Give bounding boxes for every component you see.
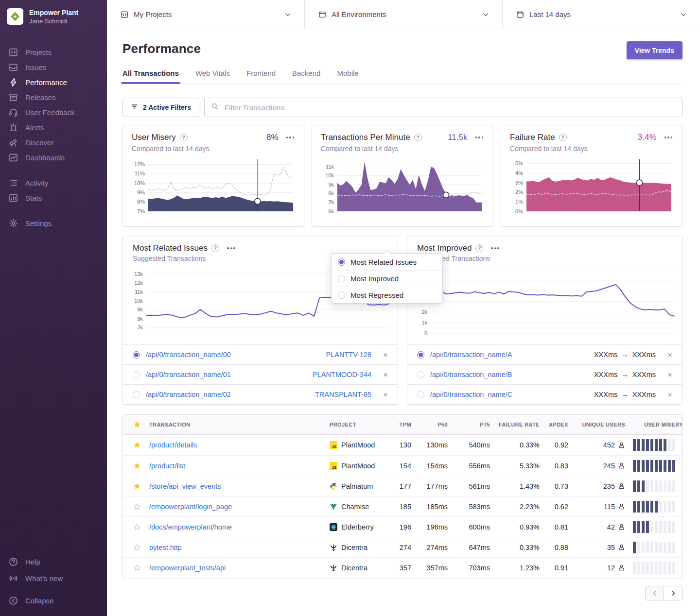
sidebar-item-discover[interactable]: Discover: [0, 135, 107, 150]
transaction-link[interactable]: pytest.http: [149, 544, 182, 551]
dropdown-option-most-improved[interactable]: Most Improved: [332, 270, 442, 287]
transaction-link[interactable]: /docs/empowerplant/home: [149, 523, 232, 531]
close-icon[interactable]: ×: [383, 371, 388, 379]
p50-value: 154ms: [411, 462, 448, 470]
transaction-link[interactable]: /api/0/transaction_name/02: [146, 391, 231, 398]
transaction-link[interactable]: /api/0/transaction_name/01: [146, 371, 231, 378]
tab-bar: All TransactionsWeb VitalsFrontendBacken…: [122, 69, 682, 84]
tab-backend[interactable]: Backend: [292, 69, 320, 84]
transaction-link[interactable]: /product/list: [149, 462, 185, 470]
transaction-link[interactable]: /empowerplant/login_page: [149, 503, 232, 511]
summary-card-user_misery: User Misery?8%Compared to last 14 days12…: [122, 125, 304, 227]
user-icon: [618, 544, 625, 551]
dropdown-option-most-regressed[interactable]: Most Regressed: [332, 287, 442, 303]
radio-selected[interactable]: [417, 351, 424, 359]
tab-mobile[interactable]: Mobile: [337, 69, 358, 84]
project-cell: Chamise: [330, 503, 388, 511]
tab-web-vitals[interactable]: Web Vitals: [195, 69, 230, 84]
next-page-button[interactable]: [664, 586, 682, 600]
close-icon[interactable]: ×: [667, 351, 672, 359]
project-cell: JSPlantMood: [330, 462, 388, 470]
star-filled-icon[interactable]: [123, 462, 149, 470]
radio-unselected[interactable]: [417, 391, 424, 398]
star-outline-icon[interactable]: [123, 523, 149, 531]
environment-selector[interactable]: All Environments: [304, 0, 502, 29]
sidebar-item-label: Help: [25, 558, 40, 566]
active-filters-button[interactable]: 2 Active Filters: [122, 98, 199, 117]
issue-link[interactable]: PLANTTV-128: [326, 351, 372, 359]
failure-rate-value: 0.33%: [490, 441, 540, 449]
sidebar-item-label: Projects: [25, 48, 52, 56]
sidebar-item-activity[interactable]: Activity: [0, 175, 107, 190]
sidebar-item-what-s-new[interactable]: What’s new: [0, 570, 107, 586]
transaction-link[interactable]: /api/0/transaction_name/B: [430, 371, 512, 378]
close-icon[interactable]: ×: [383, 391, 388, 399]
tab-frontend[interactable]: Frontend: [246, 69, 276, 84]
tab-all-transactions[interactable]: All Transactions: [122, 69, 179, 84]
sidebar-item-issues[interactable]: Issues: [0, 60, 107, 75]
sidebar-item-user-feedback[interactable]: User Feedback: [0, 105, 107, 120]
issue-link[interactable]: TRANSPLANT-85: [315, 391, 371, 398]
star-outline-icon[interactable]: [123, 544, 149, 551]
close-icon[interactable]: ×: [383, 351, 388, 359]
sidebar-item-settings[interactable]: Settings: [0, 216, 107, 231]
main-area: My ProjectsAll EnvironmentsLast 14 days …: [107, 0, 700, 616]
arrow-right-icon: →: [621, 391, 629, 398]
project-selector[interactable]: My Projects: [107, 0, 304, 29]
sidebar-item-projects[interactable]: Projects: [0, 45, 107, 60]
org-switcher[interactable]: Empower Plant Jane Schmidt: [0, 0, 107, 33]
search-input[interactable]: [224, 103, 676, 112]
radio-unselected[interactable]: [417, 371, 424, 378]
card-options-button[interactable]: [285, 135, 296, 140]
arrow-right-icon: →: [621, 371, 629, 378]
project-name: Dicentra: [341, 564, 368, 572]
radio-selected[interactable]: [133, 351, 140, 359]
transaction-link[interactable]: /api/0/transaction_name/C: [430, 391, 512, 398]
duration-to: XXXms: [632, 391, 656, 398]
card-options-button[interactable]: [474, 135, 485, 140]
window-icon: [318, 11, 326, 18]
sidebar-item-help[interactable]: Help: [0, 553, 107, 570]
transaction-link[interactable]: /api/0/transaction_name/00: [146, 351, 231, 359]
radio-selected[interactable]: [338, 258, 345, 266]
sidebar-item-alerts[interactable]: Alerts: [0, 120, 107, 135]
project-name: PlantMood: [341, 441, 375, 449]
star-outline-icon[interactable]: [123, 564, 149, 572]
apdex-value: 0.62: [540, 503, 568, 511]
star-filled-icon: [133, 441, 141, 449]
widget-options-button[interactable]: [490, 245, 500, 251]
card-options-button[interactable]: [664, 135, 674, 140]
star-outline-icon[interactable]: [123, 503, 149, 511]
radio-unselected[interactable]: [338, 291, 345, 299]
sidebar-item-releases[interactable]: Releases: [0, 90, 107, 105]
unique-users-cell: 12: [568, 564, 625, 572]
sidebar-item-performance[interactable]: Performance: [0, 75, 107, 90]
sidebar-item-dashboards[interactable]: Dashboards: [0, 150, 107, 165]
issue-link[interactable]: PLANTMOOD-344: [313, 371, 371, 378]
siren-icon: [9, 123, 18, 132]
transaction-link[interactable]: /empowerplant_tests/api: [149, 564, 226, 572]
close-icon[interactable]: ×: [667, 391, 672, 399]
transaction-link[interactable]: /api/0/transaction_name/A: [430, 351, 512, 359]
star-filled-icon[interactable]: [123, 441, 149, 449]
previous-page-button[interactable]: [645, 586, 664, 600]
radio-unselected[interactable]: [338, 275, 345, 282]
view-trends-button[interactable]: View Trends: [627, 41, 682, 59]
card-title: User Misery?: [132, 133, 188, 142]
star-filled-icon[interactable]: [123, 482, 149, 490]
date-range-selector[interactable]: Last 14 days: [502, 0, 700, 29]
transaction-link[interactable]: /product/details: [149, 441, 197, 449]
transaction-link[interactable]: /store/api_view_events: [149, 482, 221, 490]
widget-options-button[interactable]: [226, 245, 236, 251]
tpm-value: 154: [388, 462, 411, 470]
radio-unselected[interactable]: [133, 391, 140, 398]
radio-unselected[interactable]: [133, 371, 140, 378]
svg-text:3%: 3%: [515, 180, 523, 186]
dropdown-option-most-related-issues[interactable]: Most Related Issues: [332, 254, 442, 270]
sidebar-collapse-button[interactable]: Collapse: [0, 593, 107, 608]
unique-users-cell: 235: [568, 482, 625, 490]
gear-icon: [9, 219, 18, 228]
close-icon[interactable]: ×: [667, 371, 672, 379]
user-icon: [618, 482, 625, 490]
sidebar-item-stats[interactable]: Stats: [0, 190, 107, 205]
